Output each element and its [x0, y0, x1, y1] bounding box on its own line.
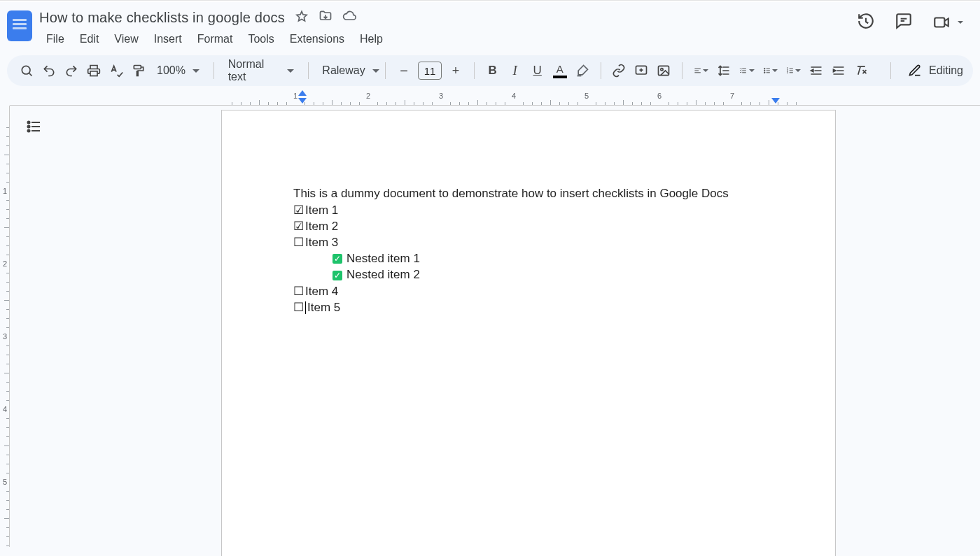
checkbox-checked-icon[interactable] — [332, 271, 342, 280]
spellcheck-button[interactable] — [106, 60, 126, 81]
checklist-item[interactable]: ☑Item 2 — [293, 219, 764, 234]
zoom-dropdown[interactable]: 100% — [151, 64, 205, 77]
svg-rect-3 — [134, 66, 141, 69]
svg-point-8 — [764, 70, 764, 71]
toolbar: 100% Normal text Raleway − 11 + B I U A … — [7, 55, 973, 86]
move-icon[interactable] — [318, 9, 332, 26]
italic-button[interactable]: I — [505, 60, 525, 81]
right-indent-marker[interactable] — [771, 98, 780, 104]
cloud-status-icon[interactable] — [342, 9, 356, 26]
checklist-button[interactable] — [736, 60, 757, 81]
document-title[interactable]: How to make checklists in google docs — [39, 10, 285, 26]
chevron-down-icon — [749, 69, 755, 72]
docs-logo[interactable] — [7, 10, 32, 41]
checklist-item[interactable]: ☐Item 5 — [293, 300, 764, 315]
font-size-input[interactable]: 11 — [418, 62, 442, 80]
style-dropdown[interactable]: Normal text — [223, 58, 300, 83]
titlebar: How to make checklists in google docs Fi… — [0, 2, 980, 48]
chevron-down-icon — [795, 69, 801, 72]
star-icon[interactable] — [295, 9, 309, 26]
vertical-ruler[interactable]: 12345 — [0, 106, 10, 547]
font-dropdown[interactable]: Raleway — [316, 64, 377, 77]
highlight-button[interactable] — [573, 60, 592, 81]
svg-rect-2 — [90, 71, 97, 76]
document-page[interactable]: This is a dummy document to demonstrate … — [221, 110, 836, 556]
bold-button[interactable]: B — [483, 60, 503, 81]
svg-point-15 — [28, 130, 30, 132]
checkbox-icon[interactable]: ☐ — [293, 284, 304, 299]
checklist-item[interactable]: ☑Item 1 — [293, 203, 764, 218]
chevron-down-icon — [192, 69, 200, 73]
svg-point-14 — [28, 126, 30, 128]
doc-paragraph[interactable]: This is a dummy document to demonstrate … — [293, 186, 764, 201]
menu-extensions[interactable]: Extensions — [283, 30, 351, 48]
paint-format-button[interactable] — [129, 60, 148, 81]
align-button[interactable] — [691, 60, 711, 81]
first-line-indent-marker[interactable] — [298, 90, 307, 96]
menu-bar: File Edit View Insert Format Tools Exten… — [39, 30, 850, 48]
font-decrease-button[interactable]: − — [394, 60, 414, 81]
search-icon[interactable] — [17, 60, 36, 81]
clear-formatting-button[interactable] — [851, 60, 871, 81]
line-spacing-button[interactable] — [714, 60, 734, 81]
editing-mode-button[interactable]: Editing — [874, 62, 963, 79]
svg-point-1 — [22, 66, 30, 74]
checkbox-icon[interactable]: ☐ — [293, 235, 304, 250]
history-icon[interactable] — [857, 12, 875, 33]
chevron-down-icon — [958, 21, 963, 24]
chevron-down-icon — [287, 69, 294, 73]
bulleted-list-button[interactable] — [760, 60, 780, 81]
decrease-indent-button[interactable] — [806, 60, 826, 81]
svg-text:3: 3 — [787, 71, 788, 74]
menu-insert[interactable]: Insert — [147, 30, 189, 48]
svg-point-9 — [764, 72, 764, 73]
horizontal-ruler[interactable]: 1234567 — [10, 89, 980, 106]
svg-point-6 — [661, 69, 663, 71]
checklist-item[interactable]: ☐Item 3 — [293, 235, 764, 250]
menu-tools[interactable]: Tools — [241, 30, 281, 48]
menu-edit[interactable]: Edit — [73, 30, 106, 48]
numbered-list-button[interactable]: 123 — [783, 60, 804, 81]
menu-view[interactable]: View — [107, 30, 145, 48]
menu-file[interactable]: File — [39, 30, 71, 48]
link-button[interactable] — [609, 60, 629, 81]
svg-point-7 — [764, 68, 764, 69]
print-button[interactable] — [84, 60, 104, 81]
menu-format[interactable]: Format — [190, 30, 240, 48]
insert-image-button[interactable] — [654, 60, 673, 81]
text-cursor — [305, 301, 306, 314]
checkbox-icon[interactable]: ☐ — [293, 300, 304, 315]
svg-point-13 — [28, 122, 30, 124]
meet-icon[interactable] — [932, 13, 963, 31]
document-outline-button[interactable] — [25, 118, 42, 138]
text-color-button[interactable]: A — [550, 60, 570, 81]
add-comment-button[interactable] — [631, 60, 651, 81]
checkbox-checked-icon[interactable] — [332, 254, 342, 264]
checklist-nested-item[interactable]: Nested item 2 — [293, 267, 764, 283]
font-increase-button[interactable]: + — [446, 60, 465, 81]
redo-button[interactable] — [62, 60, 81, 81]
svg-rect-0 — [934, 18, 944, 27]
checkbox-icon[interactable]: ☑ — [293, 219, 304, 234]
menu-help[interactable]: Help — [353, 30, 390, 48]
checklist-item[interactable]: ☐Item 4 — [293, 284, 764, 299]
left-indent-marker[interactable] — [298, 98, 307, 104]
undo-button[interactable] — [39, 60, 59, 81]
svg-rect-5 — [659, 66, 669, 75]
chevron-down-icon — [372, 69, 379, 73]
editing-mode-label: Editing — [929, 64, 963, 77]
checklist-nested-item[interactable]: Nested item 1 — [293, 251, 764, 266]
checkbox-icon[interactable]: ☑ — [293, 203, 304, 218]
underline-button[interactable]: U — [528, 60, 547, 81]
comments-icon[interactable] — [895, 12, 913, 33]
increase-indent-button[interactable] — [829, 60, 848, 81]
chevron-down-icon — [772, 69, 778, 72]
chevron-down-icon — [703, 69, 708, 72]
